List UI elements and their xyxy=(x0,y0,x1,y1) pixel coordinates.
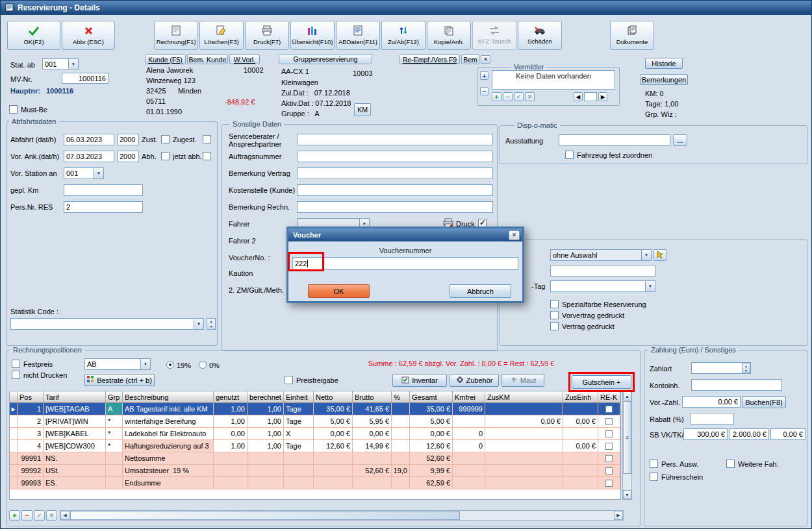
overview-button[interactable]: Übersicht(F10) xyxy=(290,21,335,50)
table-cell[interactable]: 5,00 € xyxy=(314,415,353,428)
column-header[interactable]: Netto xyxy=(314,391,353,403)
re-k-cell[interactable] xyxy=(598,415,620,428)
wvorl-button[interactable]: W.Vorl. xyxy=(229,55,260,64)
table-cell[interactable]: Tage xyxy=(284,415,314,428)
table-cell[interactable] xyxy=(563,403,598,415)
table-cell[interactable]: 0 xyxy=(453,428,485,440)
table-cell[interactable]: 1,00 xyxy=(247,415,284,428)
bem-button[interactable]: Bem xyxy=(461,55,479,64)
column-header[interactable]: ZusKM xyxy=(485,391,563,403)
row-cancel-button[interactable]: ✕ xyxy=(46,510,57,521)
re-k-checkbox[interactable] xyxy=(605,406,613,413)
re-k-checkbox[interactable] xyxy=(605,418,613,425)
invoice-button[interactable]: Rechnung(F1) xyxy=(154,21,198,50)
table-cell[interactable]: 9,99 € xyxy=(410,465,453,477)
re-k-cell[interactable] xyxy=(598,428,620,440)
table-cell[interactable] xyxy=(353,477,392,489)
re-k-checkbox[interactable] xyxy=(605,467,613,474)
table-cell[interactable] xyxy=(353,452,392,465)
table-cell[interactable] xyxy=(485,440,563,452)
sb-tk-input[interactable]: 2.000,00 € xyxy=(729,428,769,440)
vor-zahl-input[interactable]: 0,00 € xyxy=(682,396,741,408)
table-cell[interactable]: 5,00 € xyxy=(410,415,453,428)
column-header[interactable]: Kmfrei xyxy=(453,391,485,403)
table-cell[interactable]: 0,00 € xyxy=(563,440,598,452)
table-cell[interactable] xyxy=(485,452,563,465)
zugest-checkbox[interactable] xyxy=(203,135,211,143)
table-cell[interactable]: 19,0 xyxy=(392,465,410,477)
table-cell[interactable]: 0,00 € xyxy=(410,428,453,440)
table-cell[interactable] xyxy=(453,477,485,489)
fuehrerschein-checkbox[interactable] xyxy=(650,473,658,481)
print-button[interactable]: Druck(F7) xyxy=(245,21,289,50)
table-row[interactable]: 4[WEB]CDW300*Haftungsreduzierung auf 31,… xyxy=(10,440,620,452)
kunde-button[interactable]: Kunde (F5) xyxy=(145,55,186,64)
scroll-right-icon[interactable]: ▶ xyxy=(614,511,623,520)
kontoinh-input[interactable] xyxy=(691,379,782,391)
gutschein-button[interactable]: Gutschein + xyxy=(572,375,631,389)
vermittler-cancel-button[interactable]: ✕ xyxy=(525,92,535,101)
table-cell[interactable] xyxy=(563,428,598,440)
table-cell[interactable] xyxy=(453,465,485,477)
table-cell[interactable]: 0 xyxy=(453,440,485,452)
table-cell[interactable] xyxy=(106,477,123,489)
table-vertical-scrollbar[interactable]: ▲ ≡ ▼ xyxy=(622,391,632,500)
table-cell[interactable]: Ladekabel für Elektroauto xyxy=(123,428,214,440)
vermittler-plus-button[interactable]: + xyxy=(492,92,501,101)
zubehoer-button[interactable]: Zubehör xyxy=(450,374,499,387)
abh-checkbox[interactable] xyxy=(161,152,170,160)
tag-select[interactable]: ▼ xyxy=(550,280,655,292)
table-cell[interactable] xyxy=(563,477,598,489)
re-k-cell[interactable] xyxy=(598,477,620,489)
row-confirm-button[interactable]: ✓ xyxy=(34,510,45,521)
table-cell[interactable] xyxy=(563,465,598,477)
table-cell[interactable] xyxy=(214,465,247,477)
table-cell[interactable]: 52,60 € xyxy=(410,452,453,465)
weitere-fah-checkbox[interactable] xyxy=(726,460,735,468)
inventar-button[interactable]: Inventar xyxy=(392,374,447,387)
table-cell[interactable] xyxy=(284,452,314,465)
column-header[interactable]: RE-K xyxy=(598,391,620,403)
table-row[interactable]: 99993ES.Endsumme62,59 € xyxy=(10,477,620,489)
table-cell[interactable] xyxy=(314,452,353,465)
pers-ausw-checkbox[interactable] xyxy=(650,460,658,468)
table-cell[interactable] xyxy=(247,452,284,465)
km-button[interactable]: KM xyxy=(354,103,371,116)
table-row[interactable]: 99991NS.Nettosumme52,60 € xyxy=(10,452,620,465)
bemerkung-vertrag-input[interactable] xyxy=(297,167,493,179)
abfahrt-date-input[interactable]: 06.03.2023 xyxy=(64,134,114,145)
auswahl-picker-button[interactable] xyxy=(653,249,666,261)
table-cell[interactable] xyxy=(392,428,410,440)
pers-nr-input[interactable]: 2 xyxy=(64,201,143,213)
scroll-left-icon[interactable]: ◀ xyxy=(60,511,70,520)
scroll-up-icon[interactable]: ▲ xyxy=(623,391,631,400)
chevron-down-icon[interactable]: ▼ xyxy=(194,319,203,329)
re-k-cell[interactable] xyxy=(598,465,620,477)
table-cell[interactable]: 0,00 xyxy=(214,428,247,440)
table-cell[interactable]: Haftungsreduzierung auf 3 xyxy=(123,440,214,452)
table-cell[interactable]: NS. xyxy=(44,452,106,465)
down-arrow-icon[interactable]: ▼ xyxy=(207,324,215,329)
column-header[interactable]: Pos xyxy=(18,391,44,403)
table-cell[interactable]: 99992 xyxy=(18,465,44,477)
table-cell[interactable]: 2 xyxy=(18,415,44,428)
table-cell[interactable] xyxy=(392,452,410,465)
vermittler-index-field[interactable] xyxy=(584,92,597,101)
vermittler-prev-button[interactable]: ◀ xyxy=(574,92,583,101)
table-cell[interactable] xyxy=(453,452,485,465)
table-cell[interactable]: * xyxy=(106,428,123,440)
table-cell[interactable]: [WEB]KABEL xyxy=(44,428,106,440)
chevron-down-icon[interactable]: ▼ xyxy=(94,168,103,178)
table-cell[interactable]: 1,00 xyxy=(247,440,284,452)
re-k-checkbox[interactable] xyxy=(605,480,613,487)
table-cell[interactable]: 0,00 € xyxy=(353,428,392,440)
sb-vk-input[interactable]: 300,00 € xyxy=(683,428,728,440)
column-header[interactable]: Beschreibung xyxy=(123,391,214,403)
ab-select[interactable]: AB▼ xyxy=(84,358,151,370)
table-cell[interactable]: * xyxy=(106,440,123,452)
table-row[interactable]: ▶1[WEB]TAGABAAB Tagestarif inkl. alle KM… xyxy=(10,403,620,415)
abfahrt-time-input[interactable]: 2000 xyxy=(117,134,139,145)
zuab-button[interactable]: Zu/Ab(F12) xyxy=(381,21,425,50)
table-cell[interactable]: * xyxy=(106,415,123,428)
ok-toolbar-button[interactable]: OK(F2) xyxy=(7,21,60,50)
